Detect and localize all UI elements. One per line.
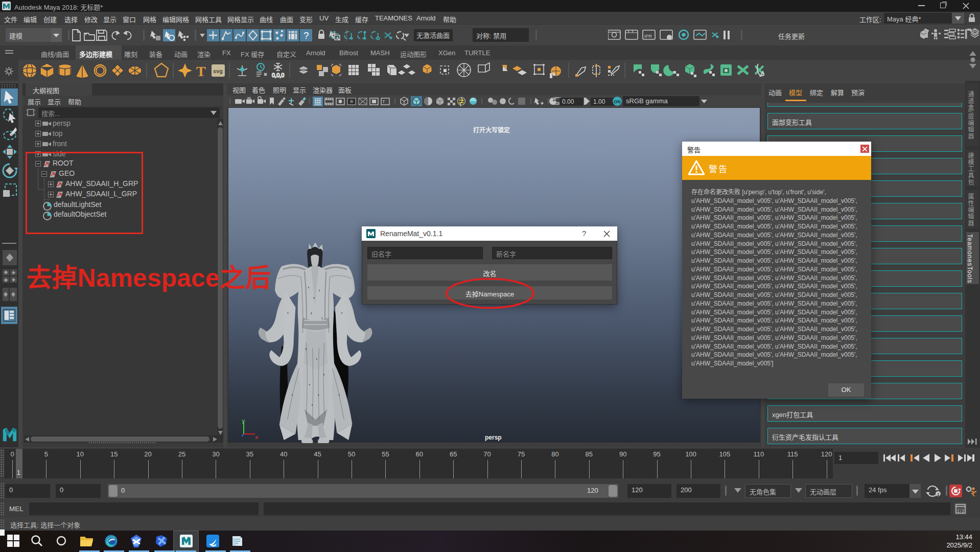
svg-text:T: T bbox=[196, 63, 206, 79]
svg-text:T: T bbox=[382, 99, 385, 104]
svg-text:ON: ON bbox=[614, 99, 621, 104]
svg-text:svg: svg bbox=[213, 68, 223, 74]
svg-text:0.00: 0.00 bbox=[562, 98, 574, 105]
svg-text:1: 1 bbox=[937, 492, 940, 497]
svg-text:{;}: {;} bbox=[957, 508, 964, 513]
svg-text:y: y bbox=[242, 419, 245, 424]
svg-text:1.00: 1.00 bbox=[593, 98, 605, 105]
svg-text:无激活曲面: 无激活曲面 bbox=[416, 32, 450, 39]
svg-text:?: ? bbox=[304, 30, 309, 41]
svg-text:IPR: IPR bbox=[644, 34, 652, 39]
svg-text:0,0,0: 0,0,0 bbox=[272, 72, 284, 78]
